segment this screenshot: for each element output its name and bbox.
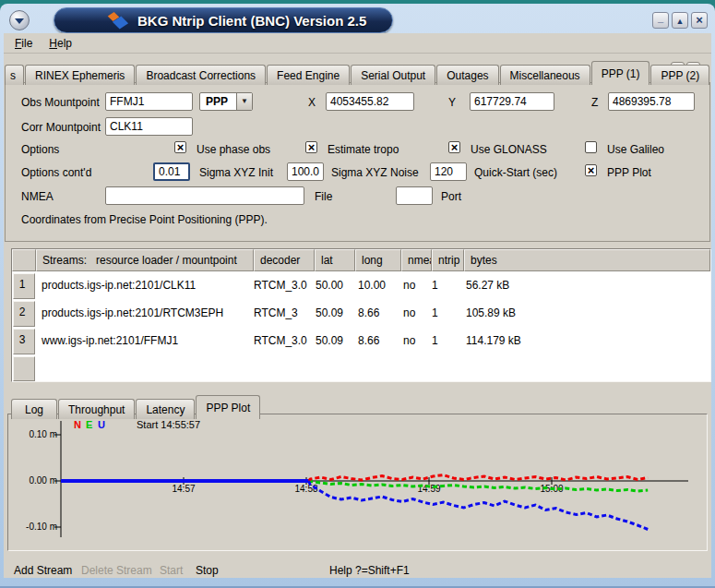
cell-mountpoint[interactable]: products.igs-ip.net:2101/RTCM3EPH — [42, 306, 223, 319]
combo-dropdown-icon: ▼ — [236, 93, 252, 110]
cell-lat[interactable]: 50.09 — [316, 334, 343, 347]
tab-ppp-2[interactable]: PPP (2) — [650, 65, 709, 85]
tab-latency[interactable]: Latency — [136, 399, 195, 419]
tab-feed-engine[interactable]: Feed Engine — [267, 65, 350, 85]
config-tab-bar: s RINEX Ephemeris Broadcast Corrections … — [5, 61, 710, 85]
ppp-mode-combobox[interactable]: PPP ▼ — [199, 92, 253, 111]
window-menu-button[interactable] — [9, 10, 30, 30]
quick-start-field[interactable] — [430, 162, 467, 181]
obs-mountpoint-field[interactable] — [105, 92, 193, 111]
cell-bytes[interactable]: 114.179 kB — [466, 334, 521, 347]
cell-lat[interactable]: 50.09 — [316, 306, 343, 319]
tab-outages[interactable]: Outages — [436, 65, 498, 85]
obs-mountpoint-label: Obs Mountpoint — [21, 96, 100, 109]
cell-decoder[interactable]: RTCM_3.0 — [254, 334, 307, 347]
cell-decoder[interactable]: RTCM_3.0 — [254, 279, 307, 292]
use-galileo-label: Use Galileo — [607, 143, 664, 156]
use-phase-obs-label: Use phase obs — [197, 143, 270, 156]
cell-ntrip[interactable]: 1 — [432, 306, 438, 319]
col-header-nmea[interactable]: nmea — [401, 249, 432, 271]
tab-throughput[interactable]: Throughput — [58, 399, 135, 419]
title-pill: BKG Ntrip Client (BNC) Version 2.5 — [54, 7, 393, 33]
quick-start-label: Quick-Start (sec) — [474, 166, 557, 179]
estimate-tropo-label: Estimate tropo — [328, 143, 399, 156]
delete-stream-button[interactable]: Delete Stream — [81, 564, 152, 577]
cell-ntrip[interactable]: 1 — [432, 334, 438, 347]
y-coordinate-field[interactable] — [470, 92, 554, 111]
nmea-file-field[interactable] — [105, 186, 304, 205]
tab-rinex-ephemeris[interactable]: RINEX Ephemeris — [25, 65, 135, 85]
row-header-3[interactable]: 3 — [13, 329, 35, 354]
col-header-bytes[interactable]: bytes — [464, 249, 710, 271]
cell-long[interactable]: 8.66 — [358, 334, 379, 347]
menu-file[interactable]: File — [15, 37, 32, 50]
tab-serial-output[interactable]: Serial Output — [351, 65, 435, 85]
titlebar: BKG Ntrip Client (BNC) Version 2.5 _ ▲ × — [0, 7, 715, 33]
y-label: Y — [448, 96, 456, 109]
estimate-tropo-checkbox[interactable]: × — [305, 141, 317, 153]
cell-ntrip[interactable]: 1 — [432, 279, 438, 292]
minimize-icon: _ — [658, 12, 663, 23]
col-header-decoder[interactable]: decoder — [254, 249, 315, 271]
table-corner-header — [12, 249, 36, 271]
close-button[interactable]: × — [691, 12, 708, 29]
corr-mountpoint-field[interactable] — [105, 117, 193, 136]
ppp-mode-value: PPP — [200, 93, 236, 110]
menu-help[interactable]: Help — [49, 37, 72, 50]
checkmark-icon: × — [588, 163, 595, 177]
sigma-xyz-init-field[interactable] — [153, 162, 190, 181]
maximize-button[interactable]: ▲ — [672, 12, 688, 29]
tab-broadcast-corrections[interactable]: Broadcast Corrections — [136, 65, 266, 85]
x-label: X — [308, 96, 316, 109]
cell-decoder[interactable]: RTCM_3 — [254, 306, 298, 319]
sigma-xyz-noise-field[interactable] — [287, 162, 324, 181]
bnc-window: BKG Ntrip Client (BNC) Version 2.5 _ ▲ ×… — [0, 0, 715, 588]
close-icon: × — [696, 13, 703, 27]
cell-mountpoint[interactable]: www.igs-ip.net:2101/FFMJ1 — [42, 334, 178, 347]
row-header-1[interactable]: 1 — [13, 273, 35, 299]
checkmark-icon: × — [451, 140, 459, 154]
help-shortcut-label: Help ?=Shift+F1 — [329, 564, 410, 577]
z-label: Z — [591, 96, 598, 109]
cell-nmea[interactable]: no — [403, 279, 415, 292]
nmea-port-field[interactable] — [396, 186, 433, 205]
cell-bytes[interactable]: 105.89 kB — [466, 306, 516, 319]
corr-mountpoint-label: Corr Mountpoint — [21, 121, 101, 134]
col-header-ntrip[interactable]: ntrip — [432, 249, 464, 271]
use-galileo-checkbox[interactable] — [585, 141, 597, 153]
panel-caption: Coordinates from Precise Point Positioni… — [21, 213, 268, 226]
cell-long[interactable]: 10.00 — [358, 279, 386, 292]
col-header-long[interactable]: long — [355, 249, 401, 271]
col-header-mountpoint[interactable]: Streams: resource loader / mountpoint — [36, 249, 254, 271]
bnc-logo-icon — [108, 12, 130, 29]
z-coordinate-field[interactable] — [608, 92, 695, 111]
row-header-empty — [13, 356, 35, 381]
tab-ppp-plot-selected[interactable]: PPP Plot — [196, 395, 260, 419]
stop-button[interactable]: Stop — [196, 564, 219, 577]
cell-nmea[interactable]: no — [403, 306, 415, 319]
add-stream-button[interactable]: Add Stream — [14, 564, 72, 577]
cell-lat[interactable]: 50.00 — [316, 279, 343, 292]
options-label: Options — [21, 143, 59, 156]
ppp1-panel: Obs Mountpoint PPP ▼ X Y Z Corr Mountpoi… — [5, 82, 710, 242]
cell-bytes[interactable]: 56.27 kB — [466, 279, 509, 292]
start-button[interactable]: Start — [160, 564, 183, 577]
cell-mountpoint[interactable]: products.igs-ip.net:2101/CLK11 — [42, 279, 196, 292]
ppp-plot-checkbox[interactable]: × — [585, 164, 597, 176]
tab-ppp-1-selected[interactable]: PPP (1) — [591, 61, 650, 85]
nmea-file-label: File — [315, 190, 332, 203]
use-phase-obs-checkbox[interactable]: × — [174, 141, 186, 153]
options-contd-label: Options cont'd — [21, 166, 91, 179]
tab-rinex-observations-truncated[interactable]: s — [5, 65, 24, 85]
tab-log[interactable]: Log — [11, 399, 57, 419]
cell-nmea[interactable]: no — [403, 334, 415, 347]
use-glonass-checkbox[interactable]: × — [448, 141, 460, 153]
row-header-2[interactable]: 2 — [13, 301, 35, 327]
x-coordinate-field[interactable] — [326, 92, 414, 111]
cell-long[interactable]: 8.66 — [358, 306, 379, 319]
streams-table: Streams: resource loader / mountpoint de… — [11, 248, 711, 382]
tab-miscellaneous[interactable]: Miscellaneous — [500, 65, 590, 85]
minimize-button[interactable]: _ — [652, 12, 669, 29]
sigma-xyz-init-label: Sigma XYZ Init — [199, 166, 273, 179]
col-header-lat[interactable]: lat — [315, 249, 355, 271]
